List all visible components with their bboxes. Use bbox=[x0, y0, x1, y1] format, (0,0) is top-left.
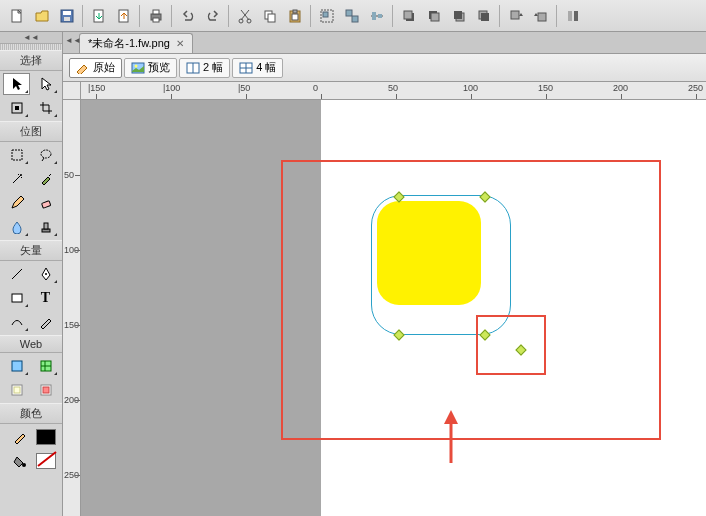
save-button[interactable] bbox=[55, 4, 78, 27]
select-section-header: 选择 bbox=[0, 50, 62, 71]
ungroup-button[interactable] bbox=[340, 4, 363, 27]
rotate-left-button[interactable] bbox=[504, 4, 527, 27]
line-tool[interactable] bbox=[3, 263, 30, 285]
vertical-ruler[interactable]: 50100150200250300 bbox=[63, 100, 81, 516]
brush-tool[interactable] bbox=[32, 168, 59, 190]
svg-rect-50 bbox=[43, 387, 49, 393]
stroke-color-picker[interactable] bbox=[7, 426, 34, 448]
tab-bar: ◄◄ *未命名-1.fw.png ✕ bbox=[63, 32, 706, 54]
bring-front-button[interactable] bbox=[397, 4, 420, 27]
svg-point-54 bbox=[135, 64, 138, 67]
svg-rect-12 bbox=[268, 14, 275, 22]
fill-color-picker[interactable] bbox=[7, 450, 34, 472]
top-toolbar bbox=[0, 0, 706, 32]
undo-button[interactable] bbox=[176, 4, 199, 27]
svg-rect-48 bbox=[14, 387, 20, 393]
web-section-header: Web bbox=[0, 335, 62, 353]
canvas-area: |150|100|50050100150200250 5010015020025… bbox=[63, 82, 706, 516]
svg-rect-32 bbox=[568, 11, 572, 21]
import-button[interactable] bbox=[87, 4, 110, 27]
separator bbox=[139, 5, 140, 27]
pencil-tool[interactable] bbox=[3, 192, 30, 214]
paste-button[interactable] bbox=[283, 4, 306, 27]
separator bbox=[556, 5, 557, 27]
grid2-icon bbox=[186, 62, 200, 74]
document-tab[interactable]: *未命名-1.fw.png ✕ bbox=[79, 33, 193, 53]
document-toolbar: 原始 预览 2 幅 4 幅 bbox=[63, 54, 706, 82]
two-up-view-button[interactable]: 2 幅 bbox=[179, 58, 230, 78]
panel-collapse-toggle[interactable]: ◄◄ bbox=[0, 32, 62, 44]
rectangle-tool[interactable] bbox=[3, 287, 30, 309]
fill-color-swatch[interactable] bbox=[36, 453, 56, 469]
cut-button[interactable] bbox=[233, 4, 256, 27]
svg-rect-33 bbox=[574, 11, 578, 21]
svg-point-37 bbox=[41, 150, 51, 158]
open-file-button[interactable] bbox=[30, 4, 53, 27]
slice-tool[interactable] bbox=[32, 355, 59, 377]
four-up-label: 4 幅 bbox=[256, 60, 276, 75]
flip-button[interactable] bbox=[561, 4, 584, 27]
color-section-header: 颜色 bbox=[0, 403, 62, 424]
eraser-tool[interactable] bbox=[32, 192, 59, 214]
two-up-label: 2 幅 bbox=[203, 60, 223, 75]
bring-forward-button[interactable] bbox=[422, 4, 445, 27]
canvas[interactable] bbox=[81, 100, 706, 516]
pen-tool[interactable] bbox=[32, 263, 59, 285]
group-button[interactable] bbox=[315, 4, 338, 27]
original-view-button[interactable]: 原始 bbox=[69, 58, 122, 78]
text-tool[interactable]: T bbox=[32, 287, 59, 309]
export-button[interactable] bbox=[112, 4, 135, 27]
separator bbox=[228, 5, 229, 27]
align-button[interactable] bbox=[365, 4, 388, 27]
hotspot-tool[interactable] bbox=[3, 355, 30, 377]
web-tools bbox=[0, 353, 62, 403]
ruler-corner[interactable] bbox=[63, 82, 81, 100]
svg-rect-25 bbox=[431, 13, 439, 21]
tab-title: *未命名-1.fw.png bbox=[88, 36, 170, 51]
svg-rect-2 bbox=[63, 11, 71, 15]
blur-tool[interactable] bbox=[3, 216, 30, 238]
preview-label: 预览 bbox=[148, 60, 170, 75]
subselect-tool[interactable] bbox=[32, 73, 59, 95]
copy-button[interactable] bbox=[258, 4, 281, 27]
redo-button[interactable] bbox=[201, 4, 224, 27]
horizontal-ruler[interactable]: |150|100|50050100150200250 bbox=[81, 82, 706, 100]
svg-rect-3 bbox=[64, 17, 70, 21]
svg-rect-14 bbox=[293, 10, 297, 13]
svg-rect-20 bbox=[372, 12, 376, 20]
vector-section-header: 矢量 bbox=[0, 240, 62, 261]
image-icon bbox=[131, 62, 145, 74]
separator bbox=[82, 5, 83, 27]
pencil-icon bbox=[76, 62, 90, 74]
svg-rect-29 bbox=[481, 13, 489, 21]
stroke-color-swatch[interactable] bbox=[36, 429, 56, 445]
send-backward-button[interactable] bbox=[447, 4, 470, 27]
send-back-button[interactable] bbox=[472, 4, 495, 27]
knife-tool[interactable] bbox=[32, 311, 59, 333]
print-button[interactable] bbox=[144, 4, 167, 27]
pointer-tool[interactable] bbox=[3, 73, 30, 95]
preview-view-button[interactable]: 预览 bbox=[124, 58, 177, 78]
close-tab-icon[interactable]: ✕ bbox=[176, 38, 184, 49]
four-up-view-button[interactable]: 4 幅 bbox=[232, 58, 283, 78]
crop-tool[interactable] bbox=[32, 97, 59, 119]
hide-slices-button[interactable] bbox=[3, 379, 30, 401]
show-slices-button[interactable] bbox=[32, 379, 59, 401]
svg-rect-7 bbox=[153, 10, 159, 14]
bitmap-tools bbox=[0, 142, 62, 240]
document-area: ◄◄ *未命名-1.fw.png ✕ 原始 预览 2 幅 4 幅 bbox=[63, 32, 706, 516]
marquee-tool[interactable] bbox=[3, 144, 30, 166]
rubber-stamp-tool[interactable] bbox=[32, 216, 59, 238]
svg-rect-41 bbox=[44, 223, 48, 229]
lasso-tool[interactable] bbox=[32, 144, 59, 166]
rotate-right-button[interactable] bbox=[529, 4, 552, 27]
tab-collapse-toggle[interactable]: ◄◄ bbox=[65, 36, 81, 45]
svg-rect-21 bbox=[378, 14, 382, 18]
scale-tool[interactable] bbox=[3, 97, 30, 119]
magic-wand-tool[interactable] bbox=[3, 168, 30, 190]
rounded-rect-shape[interactable] bbox=[377, 201, 481, 305]
svg-rect-44 bbox=[12, 294, 22, 302]
new-file-button[interactable] bbox=[5, 4, 28, 27]
svg-rect-15 bbox=[292, 14, 298, 20]
freeform-tool[interactable] bbox=[3, 311, 30, 333]
